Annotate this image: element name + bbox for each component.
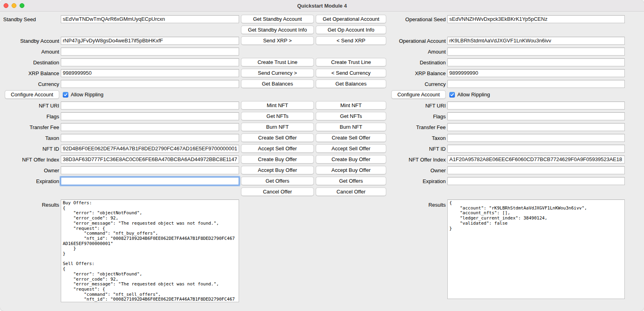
operational-xrp-balance-label: XRP Balance bbox=[415, 70, 446, 76]
op-mint-nft-button[interactable]: Mint NFT bbox=[316, 101, 386, 110]
operational-nft-offer-index-input[interactable] bbox=[447, 156, 625, 163]
standby-create-trust-line-button[interactable]: Create Trust Line bbox=[241, 58, 314, 66]
operational-nft-offer-index-label: NFT Offer Index bbox=[409, 157, 446, 163]
row-cancel-offer: Cancel Offer Cancel Offer bbox=[0, 186, 644, 197]
get-standby-account-button[interactable]: Get Standby Account bbox=[241, 15, 314, 23]
checkbox-checked-icon bbox=[449, 92, 455, 98]
operational-destination-label: Destination bbox=[420, 60, 446, 66]
standby-xrp-balance-input[interactable] bbox=[61, 69, 239, 77]
standby-transfer-fee-label: Transfer Fee bbox=[30, 124, 59, 130]
standby-nft-id-label: NFT ID bbox=[42, 146, 59, 152]
row-currency: Currency Get Balances Get Balances Curre… bbox=[0, 78, 644, 89]
standby-taxon-label: Taxon bbox=[45, 135, 59, 141]
standby-xrp-balance-label: XRP Balance bbox=[28, 70, 59, 76]
row-account: Standby Account Send XRP > < Send XRP Op… bbox=[0, 35, 644, 46]
op-get-nfts-button[interactable]: Get NFTs bbox=[316, 112, 386, 120]
titlebar: Quickstart Module 4 bbox=[0, 0, 644, 12]
operational-flags-input[interactable] bbox=[447, 112, 625, 120]
operational-transfer-fee-input[interactable] bbox=[447, 123, 625, 131]
operational-configure-account-button[interactable]: Configure Account bbox=[391, 90, 446, 99]
standby-transfer-fee-input[interactable] bbox=[61, 123, 239, 131]
standby-account-input[interactable] bbox=[61, 37, 239, 45]
operational-nft-uri-label: NFT URI bbox=[425, 103, 446, 109]
get-operational-account-button[interactable]: Get Operational Account bbox=[316, 15, 386, 23]
standby-taxon-input[interactable] bbox=[61, 134, 239, 142]
standby-accept-sell-offer-button[interactable]: Accept Sell Offer bbox=[241, 144, 314, 153]
op-accept-sell-offer-button[interactable]: Accept Sell Offer bbox=[316, 144, 386, 153]
standby-destination-label: Destination bbox=[33, 60, 59, 66]
operational-allow-rippling-label: Allow Rippling bbox=[457, 92, 490, 98]
operational-nft-id-label: NFT ID bbox=[429, 146, 446, 152]
op-get-offers-button[interactable]: Get Offers bbox=[316, 177, 386, 185]
op-create-buy-offer-button[interactable]: Create Buy Offer bbox=[316, 155, 386, 163]
operational-taxon-input[interactable] bbox=[447, 134, 625, 142]
standby-seed-input[interactable] bbox=[61, 15, 239, 23]
standby-send-xrp-button[interactable]: Send XRP > bbox=[241, 36, 314, 45]
window-title: Quickstart Module 4 bbox=[0, 3, 644, 9]
operational-owner-label: Owner bbox=[431, 167, 446, 173]
row-owner: Owner Accept Buy Offer Accept Buy Offer … bbox=[0, 165, 644, 175]
op-get-balances-button[interactable]: Get Balances bbox=[316, 80, 386, 88]
operational-destination-input[interactable] bbox=[447, 58, 625, 66]
standby-seed-label: Standby Seed bbox=[3, 16, 36, 22]
operational-amount-input[interactable] bbox=[447, 48, 625, 56]
operational-allow-rippling-checkbox[interactable]: Allow Rippling bbox=[449, 92, 490, 98]
get-op-account-info-button[interactable]: Get Op Account Info bbox=[316, 26, 386, 34]
standby-account-label: Standby Account bbox=[20, 38, 59, 44]
standby-create-sell-offer-button[interactable]: Create Sell Offer bbox=[241, 134, 314, 142]
standby-nft-uri-label: NFT URI bbox=[39, 103, 59, 109]
standby-allow-rippling-checkbox[interactable]: Allow Rippling bbox=[63, 92, 104, 98]
row-nft-offer-index: NFT Offer Index Create Buy Offer Create … bbox=[0, 154, 644, 165]
operational-currency-input[interactable] bbox=[447, 80, 625, 88]
row-amount: Amount Amount bbox=[0, 46, 644, 57]
standby-amount-label: Amount bbox=[41, 49, 59, 55]
standby-configure-account-button[interactable]: Configure Account bbox=[5, 90, 59, 99]
op-cancel-offer-button[interactable]: Cancel Offer bbox=[316, 187, 386, 196]
standby-amount-input[interactable] bbox=[61, 48, 239, 56]
standby-nft-offer-index-label: NFT Offer Index bbox=[22, 157, 59, 163]
standby-flags-input[interactable] bbox=[61, 112, 239, 120]
standby-cancel-offer-button[interactable]: Cancel Offer bbox=[241, 187, 314, 196]
operational-owner-input[interactable] bbox=[447, 166, 625, 174]
operational-xrp-balance-input[interactable] bbox=[447, 69, 625, 77]
operational-expiration-input[interactable] bbox=[447, 177, 625, 185]
standby-owner-input[interactable] bbox=[61, 166, 239, 174]
operational-results-label: Results bbox=[429, 202, 446, 208]
operational-flags-label: Flags bbox=[433, 114, 446, 120]
row-nft-id: NFT ID Accept Sell Offer Accept Sell Off… bbox=[0, 143, 644, 154]
standby-nft-id-input[interactable] bbox=[61, 145, 239, 153]
standby-get-nfts-button[interactable]: Get NFTs bbox=[241, 112, 314, 120]
op-create-sell-offer-button[interactable]: Create Sell Offer bbox=[316, 134, 386, 142]
operational-nft-id-input[interactable] bbox=[447, 145, 625, 153]
operational-account-input[interactable] bbox=[447, 37, 625, 45]
standby-currency-input[interactable] bbox=[61, 80, 239, 88]
standby-owner-label: Owner bbox=[44, 167, 59, 173]
standby-destination-input[interactable] bbox=[61, 58, 239, 66]
operational-expiration-label: Expiration bbox=[423, 178, 446, 184]
op-burn-nft-button[interactable]: Burn NFT bbox=[316, 123, 386, 131]
standby-nft-offer-index-input[interactable] bbox=[61, 156, 239, 163]
standby-nft-uri-input[interactable] bbox=[61, 102, 239, 110]
operational-seed-label: Operational Seed bbox=[405, 16, 446, 22]
op-send-currency-button[interactable]: < Send Currency bbox=[316, 69, 386, 77]
row-xrp-balance: XRP Balance Send Currency > < Send Curre… bbox=[0, 68, 644, 78]
standby-mint-nft-button[interactable]: Mint NFT bbox=[241, 101, 314, 110]
operational-currency-label: Currency bbox=[425, 81, 446, 87]
standby-get-balances-button[interactable]: Get Balances bbox=[241, 80, 314, 88]
standby-currency-label: Currency bbox=[38, 81, 59, 87]
row-account-info: Get Standby Account Info Get Op Account … bbox=[0, 24, 644, 35]
operational-results-text[interactable]: { "account": "rK9LBRhStdmtAaVdJXGVF1LnKW… bbox=[447, 199, 625, 299]
operational-seed-input[interactable] bbox=[447, 15, 625, 23]
op-accept-buy-offer-button[interactable]: Accept Buy Offer bbox=[316, 166, 386, 174]
operational-nft-uri-input[interactable] bbox=[447, 102, 625, 110]
standby-burn-nft-button[interactable]: Burn NFT bbox=[241, 123, 314, 131]
op-create-trust-line-button[interactable]: Create Trust Line bbox=[316, 58, 386, 66]
standby-expiration-input[interactable] bbox=[61, 177, 239, 185]
standby-get-offers-button[interactable]: Get Offers bbox=[241, 177, 314, 185]
standby-create-buy-offer-button[interactable]: Create Buy Offer bbox=[241, 155, 314, 163]
standby-results-text[interactable]: Buy Offers: { "error": "objectNotFound",… bbox=[61, 199, 239, 302]
standby-send-currency-button[interactable]: Send Currency > bbox=[241, 69, 314, 77]
op-send-xrp-button[interactable]: < Send XRP bbox=[316, 36, 386, 45]
get-standby-account-info-button[interactable]: Get Standby Account Info bbox=[241, 26, 314, 34]
standby-accept-buy-offer-button[interactable]: Accept Buy Offer bbox=[241, 166, 314, 174]
